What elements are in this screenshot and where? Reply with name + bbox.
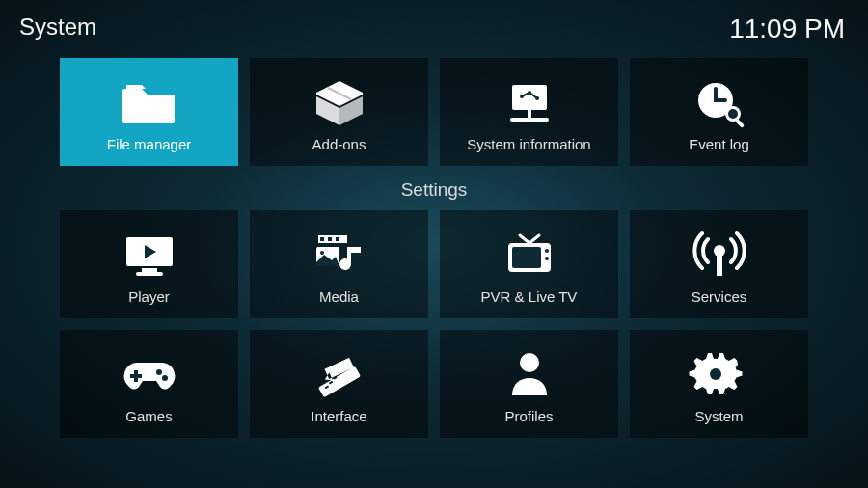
svg-point-27 [156,369,162,375]
svg-point-22 [545,257,549,260]
svg-rect-20 [512,247,541,268]
tile-player[interactable]: Player [60,210,238,318]
svg-point-8 [728,109,738,119]
svg-rect-9 [735,119,745,128]
ruler-pencil-icon [256,339,422,408]
tile-services[interactable]: Services [630,210,808,318]
settings-row-1: Player Media PVR & Live TV Services [0,210,868,318]
gamepad-icon [66,339,232,408]
broadcast-icon [636,220,802,288]
tile-label: System [694,408,743,424]
svg-rect-26 [130,374,142,378]
tile-system[interactable]: System [630,330,808,438]
media-library-icon [256,220,422,288]
box-icon [256,68,422,136]
svg-rect-24 [717,255,722,276]
tile-system-information[interactable]: System information [440,58,618,166]
svg-rect-1 [528,110,531,118]
folder-icon [66,68,232,136]
tile-label: Event log [689,136,749,152]
tile-label: Games [125,408,172,424]
svg-rect-12 [136,272,163,276]
tile-pvr-live-tv[interactable]: PVR & Live TV [440,210,618,318]
tile-label: Services [692,288,747,305]
page-title: System [19,14,96,41]
tile-add-ons[interactable]: Add-ons [250,58,428,166]
tile-media[interactable]: Media [250,210,428,318]
clock-search-icon [636,68,802,136]
tile-interface[interactable]: Interface [250,330,428,438]
svg-rect-2 [510,118,549,122]
gear-wrench-icon [636,339,802,408]
person-icon [446,339,612,408]
tile-label: Add-ons [312,136,366,152]
tile-label: PVR & Live TV [481,288,578,305]
tv-icon [446,220,612,288]
tile-label: File manager [107,136,192,152]
tile-file-manager[interactable]: File manager [60,58,238,166]
svg-point-21 [545,249,549,253]
svg-rect-14 [320,237,324,241]
presentation-icon [446,68,612,136]
tile-label: System information [467,136,590,152]
top-row: File manager Add-ons System information … [0,58,868,166]
clock: 11:09 PM [729,14,845,44]
tile-label: Profiles [504,408,553,424]
top-bar: System 11:09 PM [0,0,868,44]
tile-label: Player [128,288,170,305]
svg-rect-15 [328,237,332,241]
tile-profiles[interactable]: Profiles [440,330,618,438]
section-heading-settings: Settings [0,179,868,201]
svg-rect-0 [512,85,547,110]
svg-point-28 [162,375,168,381]
svg-point-30 [520,353,539,372]
tile-label: Interface [311,408,366,424]
settings-row-2: Games Interface Profiles System [0,330,868,438]
tile-event-log[interactable]: Event log [630,58,808,166]
svg-rect-11 [142,268,157,272]
tile-label: Media [319,288,359,305]
svg-point-18 [320,251,324,255]
tile-games[interactable]: Games [60,330,238,438]
svg-point-31 [710,368,721,380]
svg-rect-16 [336,237,339,241]
monitor-play-icon [66,220,232,288]
